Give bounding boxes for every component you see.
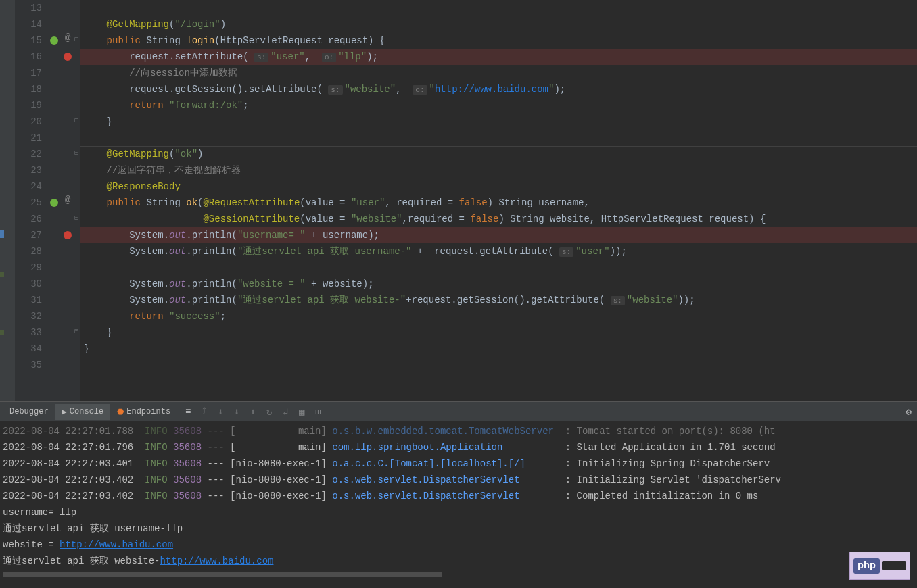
- code-line-15[interactable]: public String login(HttpServletRequest r…: [80, 32, 917, 49]
- code-line-17[interactable]: //向session中添加数据: [80, 65, 917, 81]
- line-number-22[interactable]: 22: [15, 146, 42, 162]
- code-line-27[interactable]: System.out.println("username= " + userna…: [80, 227, 917, 243]
- stripe-marker[interactable]: [0, 330, 4, 335]
- line-number-25[interactable]: 25: [15, 195, 42, 211]
- console-line: 通过servlet api 获取 website-http://www.baid…: [3, 553, 914, 569]
- refresh-icon[interactable]: ↻: [266, 406, 277, 417]
- line-number-14[interactable]: 14: [15, 16, 42, 32]
- line-number-23[interactable]: 23: [15, 162, 42, 178]
- fold-icon[interactable]: ⊟: [74, 149, 78, 157]
- code-line-32[interactable]: return "success";: [80, 308, 917, 324]
- stripe-marker[interactable]: [0, 272, 4, 277]
- endpoints-icon: ⬣: [117, 407, 124, 417]
- code-line-14[interactable]: @GetMapping("/login"): [80, 16, 917, 32]
- line-number-15[interactable]: 15: [15, 32, 42, 49]
- code-line-33[interactable]: }: [80, 324, 917, 341]
- horizontal-scrollbar[interactable]: [3, 572, 914, 580]
- code-line-31[interactable]: System.out.println("通过servlet api 获取 web…: [80, 292, 917, 308]
- export-icon[interactable]: ⤴: [202, 406, 212, 417]
- tab-endpoints[interactable]: ⬣ Endpoints: [110, 404, 177, 420]
- split-icon[interactable]: ⊞: [315, 406, 326, 417]
- console-line: 通过servlet api 获取 username-llp: [3, 520, 914, 537]
- line-number-19[interactable]: 19: [15, 97, 42, 114]
- code-line-25[interactable]: public String ok(@RequestAttribute(value…: [80, 195, 917, 211]
- console-line: website = http://www.baidu.com: [3, 537, 914, 553]
- code-line-19[interactable]: return "forward:/ok";: [80, 97, 917, 114]
- code-line-29[interactable]: [80, 260, 917, 276]
- override-icon[interactable]: @: [65, 195, 70, 205]
- gear-icon[interactable]: ⚙: [906, 406, 912, 418]
- wrap-icon[interactable]: ↲: [283, 406, 293, 417]
- filter-icon[interactable]: ≡: [185, 406, 196, 417]
- line-number-27[interactable]: 27: [15, 227, 42, 243]
- line-number-30[interactable]: 30: [15, 276, 42, 292]
- code-line-21[interactable]: [80, 130, 917, 146]
- tool-tabs: Debugger ▶ Console ⬣ Endpoints ≡ ⤴ ⬇ ⬇ ⬆…: [0, 402, 917, 422]
- code-line-16[interactable]: request.setAttribute( s:"user", o:"llp")…: [80, 49, 917, 65]
- console-line: 2022-08-04 22:27:01.788 INFO 35608 --- […: [3, 423, 914, 439]
- left-stripe: [0, 0, 15, 401]
- tab-console[interactable]: ▶ Console: [55, 404, 111, 420]
- param-hint: s:: [611, 296, 625, 305]
- layout-icon[interactable]: ▦: [299, 406, 310, 417]
- download2-icon[interactable]: ⬇: [234, 406, 245, 417]
- code-line-30[interactable]: System.out.println("website = " + websit…: [80, 276, 917, 292]
- line-number-13[interactable]: 13: [15, 0, 42, 16]
- line-number-32[interactable]: 32: [15, 308, 42, 324]
- code-line-20[interactable]: }: [80, 114, 917, 130]
- annotation: @GetMapping: [107, 19, 169, 30]
- code-line-13[interactable]: [80, 0, 917, 16]
- line-number-35[interactable]: 35: [15, 357, 42, 373]
- fold-icon[interactable]: ⊟: [74, 327, 78, 335]
- breakpoint-icon[interactable]: [64, 53, 72, 61]
- code-line-18[interactable]: request.getSession().setAttribute( s:"we…: [80, 81, 917, 97]
- line-number-21[interactable]: 21: [15, 130, 42, 146]
- line-number-18[interactable]: 18: [15, 81, 42, 97]
- code-line-34[interactable]: }: [80, 341, 917, 357]
- console-output[interactable]: 2022-08-04 22:27:01.788 INFO 35608 --- […: [0, 422, 917, 588]
- override-icon[interactable]: @: [65, 32, 70, 43]
- line-number-31[interactable]: 31: [15, 292, 42, 308]
- code-line-28[interactable]: System.out.println("通过servlet api 获取 use…: [80, 243, 917, 260]
- spring-icon[interactable]: [50, 199, 58, 207]
- line-number-34[interactable]: 34: [15, 341, 42, 357]
- param-hint: o:: [322, 53, 336, 62]
- line-number-28[interactable]: 28: [15, 243, 42, 260]
- spring-icon[interactable]: [50, 36, 58, 45]
- console-line: 2022-08-04 22:27:01.796 INFO 35608 --- […: [3, 439, 914, 456]
- stripe-marker[interactable]: [0, 230, 4, 238]
- console-url-link[interactable]: http://www.baidu.com: [160, 556, 273, 566]
- line-number-33[interactable]: 33: [15, 324, 42, 341]
- code-line-35[interactable]: [80, 357, 917, 373]
- console-icon: ▶: [62, 407, 67, 417]
- badge-bar: [882, 561, 906, 570]
- code-line-23[interactable]: //返回字符串，不走视图解析器: [80, 162, 917, 178]
- url-link[interactable]: http://www.baidu.com: [435, 84, 548, 95]
- console-line: 2022-08-04 22:27:03.402 INFO 35608 --- […: [3, 472, 914, 488]
- line-number-29[interactable]: 29: [15, 260, 42, 276]
- line-number-17[interactable]: 17: [15, 65, 42, 81]
- line-number-26[interactable]: 26: [15, 211, 42, 227]
- code-area[interactable]: @GetMapping("/login") public String logi…: [80, 0, 917, 401]
- console-line: 2022-08-04 22:27:03.401 INFO 35608 --- […: [3, 456, 914, 472]
- download-icon[interactable]: ⬇: [218, 406, 229, 417]
- line-number-16[interactable]: 16: [15, 49, 42, 65]
- code-line-26[interactable]: @SessionAttribute(value = "website",requ…: [80, 211, 917, 227]
- scrollbar-thumb[interactable]: [3, 572, 442, 577]
- param-hint: s:: [559, 247, 573, 257]
- param-hint: s:: [328, 85, 342, 95]
- tool-actions: ≡ ⤴ ⬇ ⬇ ⬆ ↻ ↲ ▦ ⊞: [185, 406, 326, 417]
- ide-container: 1314151617181920212223242526272829303132…: [0, 0, 917, 588]
- fold-icon[interactable]: ⊟: [74, 116, 78, 124]
- fold-icon[interactable]: ⊟: [74, 35, 78, 43]
- code-line-22[interactable]: @GetMapping("ok"): [80, 146, 917, 162]
- console-url-link[interactable]: http://www.baidu.com: [60, 539, 173, 550]
- fold-icon[interactable]: ⊟: [74, 214, 78, 222]
- line-number-20[interactable]: 20: [15, 114, 42, 130]
- line-number-24[interactable]: 24: [15, 178, 42, 195]
- tab-debugger[interactable]: Debugger: [3, 404, 55, 419]
- method-separator: [80, 146, 917, 147]
- upload-icon[interactable]: ⬆: [250, 406, 261, 417]
- breakpoint-icon[interactable]: [64, 231, 72, 239]
- code-line-24[interactable]: @ResponseBody: [80, 178, 917, 195]
